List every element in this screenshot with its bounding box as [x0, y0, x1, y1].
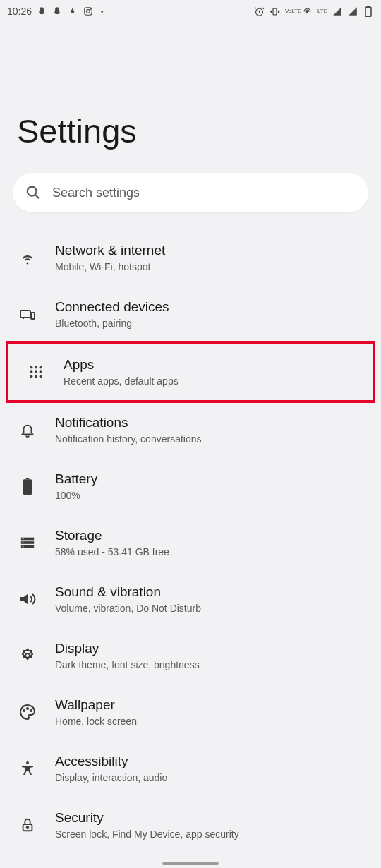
svg-point-19: [40, 375, 42, 378]
item-subtitle: Home, lock screen: [55, 715, 137, 728]
svg-point-30: [27, 708, 28, 709]
settings-item-battery[interactable]: Battery 100%: [0, 458, 381, 514]
svg-rect-4: [273, 8, 277, 15]
svg-point-13: [40, 366, 42, 369]
bell-icon: [17, 419, 38, 440]
hotspot-icon: [302, 6, 313, 17]
svg-point-29: [23, 710, 25, 711]
item-title: Connected devices: [55, 299, 169, 315]
svg-point-15: [35, 370, 37, 373]
item-subtitle: Mobile, Wi-Fi, hotspot: [55, 260, 165, 273]
settings-item-notifications[interactable]: Notifications Notification history, conv…: [0, 402, 381, 458]
svg-rect-6: [365, 7, 371, 16]
instagram-icon: [83, 6, 94, 17]
search-icon: [25, 185, 41, 200]
search-input[interactable]: [52, 186, 356, 200]
svg-point-14: [30, 370, 33, 373]
alarm-icon: [254, 6, 265, 17]
settings-item-accessibility[interactable]: Accessibility Display, interaction, audi…: [0, 740, 381, 797]
settings-item-storage[interactable]: Storage 58% used - 53.41 GB free: [0, 514, 381, 571]
snapchat-icon: [36, 6, 47, 17]
settings-item-security[interactable]: Security Screen lock, Find My Device, ap…: [0, 797, 381, 853]
svg-rect-21: [23, 479, 32, 495]
status-right: VoLTE LTE: [254, 6, 374, 17]
item-subtitle: Recent apps, default apps: [64, 375, 179, 387]
svg-point-34: [27, 826, 29, 828]
settings-item-privacy[interactable]: Privacy Permissions, account activity, p…: [0, 853, 381, 868]
signal-icon-1: [332, 6, 343, 17]
settings-item-display[interactable]: Display Dark theme, font size, brightnes…: [0, 627, 381, 684]
brightness-icon: [17, 645, 38, 666]
svg-point-8: [28, 187, 37, 196]
svg-point-27: [23, 546, 24, 548]
battery-icon: [363, 6, 374, 17]
item-title: Security: [55, 809, 239, 826]
settings-list: Network & internet Mobile, Wi-Fi, hotspo…: [0, 229, 381, 868]
item-title: Accessibility: [55, 753, 167, 770]
status-bar: 10:26 • VoLTE LTE: [0, 0, 381, 20]
snapchat-icon-2: [52, 6, 63, 17]
item-subtitle: Volume, vibration, Do Not Disturb: [55, 602, 201, 615]
dot-icon: •: [101, 8, 104, 16]
svg-point-1: [87, 10, 90, 13]
settings-item-wallpaper[interactable]: Wallpaper Home, lock screen: [0, 684, 381, 740]
status-left: 10:26 •: [7, 6, 104, 17]
page-title: Settings: [0, 20, 381, 150]
svg-point-2: [90, 8, 91, 9]
svg-rect-20: [26, 478, 29, 479]
item-title: Storage: [55, 527, 169, 544]
item-title: Display: [55, 640, 200, 657]
svg-point-32: [26, 761, 29, 764]
vibrate-icon: [270, 6, 281, 17]
devices-icon: [17, 303, 38, 325]
volte-label: VoLTE: [285, 8, 298, 14]
item-title: Network & internet: [55, 242, 165, 259]
palette-icon: [17, 701, 38, 723]
item-title: Sound & vibration: [55, 584, 201, 601]
svg-point-31: [30, 710, 32, 711]
item-title: Battery: [55, 471, 97, 488]
item-subtitle: 58% used - 53.41 GB free: [55, 545, 169, 558]
svg-rect-10: [31, 313, 35, 319]
settings-item-sound[interactable]: Sound & vibration Volume, vibration, Do …: [0, 571, 381, 627]
svg-point-12: [35, 366, 37, 369]
item-title: Apps: [64, 356, 179, 373]
status-time: 10:26: [7, 6, 32, 17]
flame-icon: [67, 6, 78, 17]
svg-point-18: [35, 375, 37, 378]
settings-item-connected-devices[interactable]: Connected devices Bluetooth, pairing: [0, 286, 381, 342]
battery-filled-icon: [17, 476, 38, 497]
svg-point-28: [25, 653, 30, 658]
lock-icon: [17, 814, 38, 836]
svg-point-17: [30, 375, 33, 378]
item-subtitle: Display, interaction, audio: [55, 771, 167, 784]
svg-rect-9: [20, 311, 30, 318]
svg-point-16: [40, 370, 42, 373]
accessibility-icon: [17, 758, 38, 779]
settings-item-apps[interactable]: Apps Recent apps, default apps: [6, 341, 375, 403]
item-title: Wallpaper: [55, 697, 137, 713]
svg-point-26: [23, 542, 24, 543]
apps-icon: [25, 361, 47, 382]
svg-rect-7: [367, 6, 369, 7]
lte-label: LTE: [318, 8, 327, 14]
svg-point-25: [23, 538, 24, 540]
svg-point-5: [307, 11, 309, 13]
item-subtitle: 100%: [55, 489, 97, 502]
signal-icon-2: [347, 6, 358, 17]
nav-indicator[interactable]: [162, 862, 219, 865]
item-subtitle: Notification history, conversations: [55, 433, 202, 445]
item-subtitle: Dark theme, font size, brightness: [55, 658, 200, 671]
wifi-icon: [17, 247, 38, 268]
item-title: Notifications: [55, 414, 202, 431]
search-bar[interactable]: [13, 173, 368, 212]
storage-icon: [17, 532, 38, 553]
sound-icon: [17, 589, 38, 610]
item-subtitle: Screen lock, Find My Device, app securit…: [55, 828, 239, 840]
settings-item-network[interactable]: Network & internet Mobile, Wi-Fi, hotspo…: [0, 229, 381, 286]
item-subtitle: Bluetooth, pairing: [55, 317, 169, 330]
svg-point-11: [30, 366, 33, 369]
